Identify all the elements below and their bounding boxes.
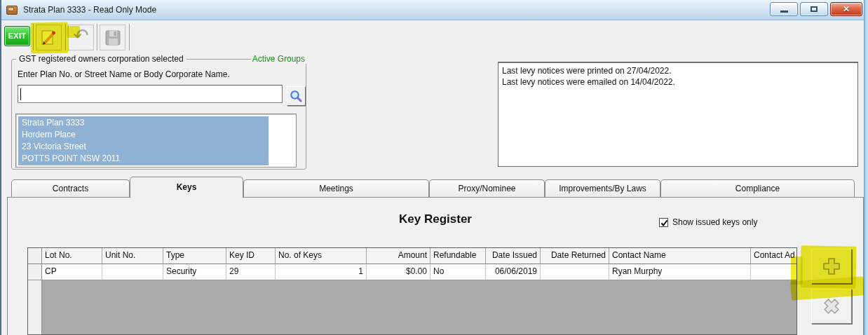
maximize-icon (811, 6, 818, 12)
edit-button[interactable] (36, 25, 62, 50)
tab-keys[interactable]: Keys (130, 177, 243, 198)
tab-proxy-nominee[interactable]: Proxy/Nominee (429, 179, 545, 197)
table-header-row: Lot No.Unit No.TypeKey IDNo. of KeysAmou… (28, 248, 796, 264)
save-button[interactable] (100, 25, 126, 50)
tab-contracts[interactable]: Contracts (11, 179, 130, 197)
selected-plan-line: POTTS POINT NSW 2011 (22, 153, 269, 165)
show-issued-keys-filter[interactable]: Show issued keys only (659, 217, 757, 227)
minimize-button[interactable] (770, 2, 798, 16)
text-caret (20, 88, 21, 100)
check-icon (660, 219, 669, 228)
table-cell[interactable]: $0.00 (367, 264, 430, 280)
table-cell[interactable]: No (430, 264, 486, 280)
search-button[interactable] (287, 86, 306, 106)
close-button[interactable]: ✕ (830, 2, 862, 16)
table-cell[interactable]: 06/06/2019 (486, 264, 541, 280)
selected-plan-line: 23 Victoria Street (22, 141, 269, 153)
table-cell[interactable] (751, 264, 797, 280)
app-window: Strata Plan 3333 - Read Only Mode ✕ EXIT… (0, 0, 868, 335)
undo-button[interactable]: ↶ (68, 25, 94, 50)
plan-search-input[interactable] (18, 85, 283, 103)
column-header[interactable]: Refundable (430, 248, 486, 264)
table-cell[interactable]: Ryan Murphy (609, 264, 751, 280)
plan-result-list[interactable]: Strata Plan 3333Hordern Place23 Victoria… (15, 114, 297, 168)
tab-improvements-by-laws[interactable]: Improvements/By Laws (545, 179, 660, 197)
selected-plan-line: Hordern Place (22, 129, 269, 141)
window-right-frame (864, 0, 868, 335)
key-register-table: Lot No.Unit No.TypeKey IDNo. of KeysAmou… (27, 247, 797, 335)
minimize-icon (780, 11, 788, 13)
table-cell[interactable] (541, 264, 609, 280)
table-cell[interactable]: 1 (276, 264, 367, 280)
levy-notice-line: Last levy notices were emailed on 14/04/… (502, 76, 854, 88)
delete-cross-icon (822, 297, 841, 315)
add-key-button[interactable] (811, 249, 852, 284)
column-header[interactable]: Contact Ad (751, 248, 797, 264)
active-groups-label: Active Groups (251, 54, 306, 64)
row-selector-strip (28, 280, 42, 334)
toolbar-separator (97, 24, 97, 50)
window-title: Strata Plan 3333 - Read Only Mode (23, 5, 156, 15)
exit-button[interactable]: EXIT (4, 26, 30, 46)
row-selector-cell[interactable] (28, 264, 42, 280)
column-header[interactable]: Contact Name (609, 248, 751, 264)
toolbar-separator (33, 24, 34, 50)
column-header[interactable]: Date Issued (486, 248, 541, 264)
table-cell[interactable]: Security (163, 264, 226, 280)
titlebar: Strata Plan 3333 - Read Only Mode ✕ (1, 0, 868, 20)
toolbar-separator (129, 24, 130, 50)
levy-notices-box[interactable]: Last levy notices were printed on 27/04/… (498, 62, 858, 167)
column-header[interactable]: Key ID (226, 248, 276, 264)
column-header[interactable]: Unit No. (102, 248, 163, 264)
app-icon (6, 5, 19, 15)
table-cell[interactable]: CP (42, 264, 102, 280)
show-issued-keys-label: Show issued keys only (672, 217, 757, 227)
column-header[interactable]: Lot No. (42, 248, 102, 264)
table-cell[interactable] (102, 264, 163, 280)
maximize-button[interactable] (800, 2, 828, 16)
search-icon (290, 90, 303, 103)
search-prompt: Enter Plan No. or Street Name or Body Co… (18, 69, 230, 79)
plus-icon (822, 257, 841, 276)
show-issued-keys-checkbox[interactable] (659, 218, 668, 227)
column-header[interactable]: Date Returned (541, 248, 609, 264)
column-header[interactable]: No. of Keys (276, 248, 367, 264)
tab-meetings[interactable]: Meetings (243, 179, 429, 197)
close-icon: ✕ (843, 4, 850, 14)
column-header[interactable]: Amount (367, 248, 430, 264)
table-cell[interactable]: 29 (226, 264, 276, 280)
undo-icon: ↶ (73, 27, 89, 46)
pencil-icon (41, 29, 57, 46)
levy-notice-line: Last levy notices were printed on 27/04/… (502, 65, 854, 76)
delete-key-button[interactable] (811, 289, 852, 324)
row-selector-header[interactable] (28, 248, 42, 264)
save-icon (104, 29, 122, 47)
toolbar-separator (65, 24, 66, 50)
table-row[interactable]: CPSecurity291$0.00No06/06/2019Ryan Murph… (28, 264, 796, 280)
tab-compliance[interactable]: Compliance (660, 179, 855, 197)
selected-plan-item[interactable]: Strata Plan 3333Hordern Place23 Victoria… (18, 116, 269, 165)
groupbox-legend: GST registered owners corporation select… (16, 54, 187, 64)
selected-plan-line: Strata Plan 3333 (22, 117, 269, 129)
column-header[interactable]: Type (163, 248, 226, 264)
